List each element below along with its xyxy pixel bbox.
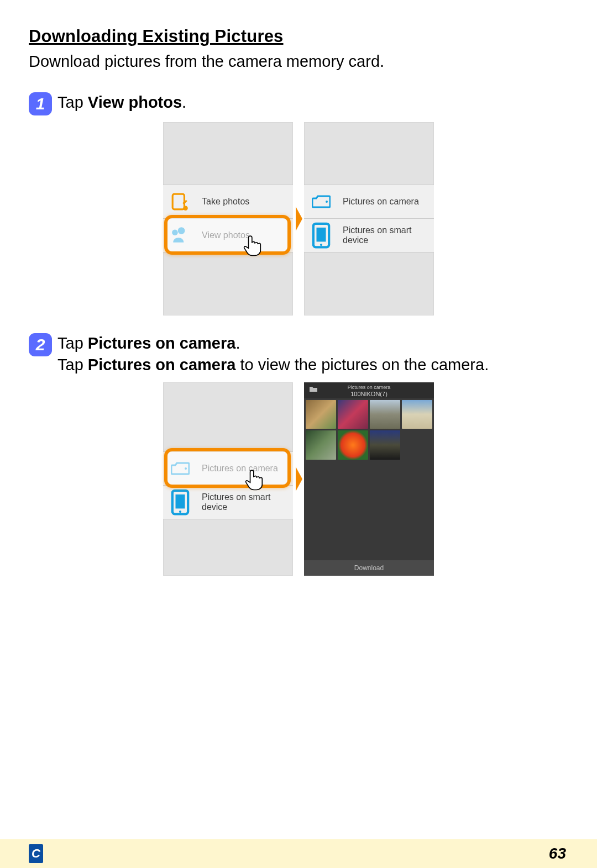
gallery-screen: Pictures on camera 100NIKON(7) Download [304,382,434,576]
highlight-box [164,448,291,488]
svg-point-2 [326,201,328,203]
menu-label: Take photos [202,197,249,207]
tap-hand-icon [242,234,265,257]
thumbnail[interactable] [402,400,432,429]
take-photos-icon [171,192,190,211]
section-tab: C [29,844,43,863]
smart-device-icon [312,226,331,245]
step-1: 1 Tap View photos. [29,92,568,115]
tap-hand-icon [244,468,267,491]
thumbnail[interactable] [338,430,368,459]
page-number: 63 [549,845,566,862]
menu-item-pictures-on-device[interactable]: Pictures on smart device [163,485,293,519]
menu-item-pictures-on-device[interactable]: Pictures on smart device [304,218,434,252]
svg-rect-0 [172,194,184,209]
phone-screen-left: Take photos View photos [163,122,293,315]
phone-screen-right: Pictures on camera Pictures on smart dev… [304,122,434,315]
svg-rect-8 [176,495,185,508]
thumbnail-grid [304,398,434,461]
flow-arrow-icon [296,207,302,231]
svg-rect-4 [317,228,326,241]
svg-point-9 [179,511,181,513]
step-1-figure: Take photos View photos [29,122,568,315]
download-button[interactable]: Download [304,560,434,576]
gallery-subtitle: 100NIKON(7) [304,391,434,397]
menu-label: Pictures on smart device [343,225,434,246]
section-title: Downloading Existing Pictures [29,27,568,46]
thumbnail[interactable] [338,400,368,429]
camera-icon [312,192,331,211]
folder-icon [310,386,317,393]
step-2-figure: Pictures on camera Pictures on smart dev… [29,382,568,576]
step-number-badge: 2 [29,333,52,356]
highlight-box [164,215,291,255]
step-2-title: Tap Pictures on camera. [57,333,568,354]
svg-point-5 [320,244,322,246]
thumbnail[interactable] [306,400,336,429]
thumbnail[interactable] [370,400,400,429]
thumbnail[interactable] [370,430,400,459]
menu-label: Pictures on camera [343,197,419,207]
menu-item-pictures-on-camera[interactable]: Pictures on camera [304,185,434,219]
step-2: 2 Tap Pictures on camera. Tap Pictures o… [29,333,568,376]
smart-device-icon [171,493,190,512]
flow-arrow-icon [296,467,302,491]
menu-item-take-photos[interactable]: Take photos [163,185,293,219]
phone-screen-left: Pictures on camera Pictures on smart dev… [163,382,293,576]
section-intro: Download pictures from the camera memory… [29,51,568,72]
step-number-badge: 1 [29,92,52,115]
gallery-header: Pictures on camera 100NIKON(7) [304,382,434,398]
step-2-subtext: Tap Pictures on camera to view the pictu… [57,354,568,376]
step-1-title: Tap View photos. [57,92,568,113]
menu-label: Pictures on smart device [202,492,293,513]
page-footer: C 63 [0,839,597,868]
gallery-title: Pictures on camera [348,385,391,390]
thumbnail[interactable] [306,430,336,459]
svg-point-1 [183,206,188,211]
